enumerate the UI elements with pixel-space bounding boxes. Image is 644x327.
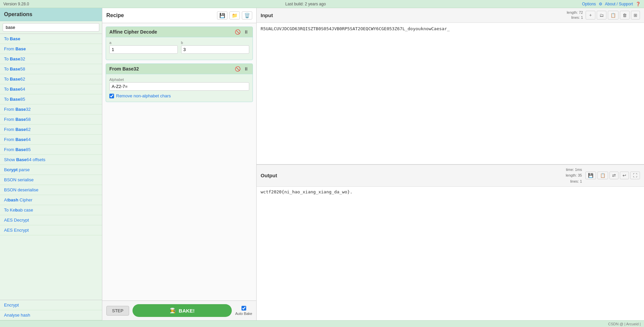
output-undo-button[interactable]: ↩ (620, 172, 629, 179)
output-copy-button[interactable]: 📋 (597, 172, 608, 179)
sidebar-header: Operations (0, 8, 102, 21)
input-add-button[interactable]: ＋ (586, 11, 595, 19)
io-panel: Input length: 72 lines: 1 ＋ 🗂 📋 🗑 ⊞ R5 (257, 8, 644, 320)
footer-bar: CSDN @ | Arcueid | (0, 320, 644, 327)
gear-icon[interactable]: ⚙ (599, 2, 602, 6)
sidebar-item-from-base58[interactable]: From Base58 (0, 114, 102, 125)
field-a: a (109, 41, 178, 54)
output-switch-button[interactable]: ⇄ (609, 172, 619, 179)
input-meta: length: 72 lines: 1 (567, 10, 583, 20)
input-section: Input length: 72 lines: 1 ＋ 🗂 📋 🗑 ⊞ R5 (257, 8, 644, 165)
step-button[interactable]: STEP (106, 306, 129, 316)
output-expand-button[interactable]: ⛶ (630, 172, 640, 179)
affine-cipher-header: Affine Cipher Decode 🚫 ⏸ (106, 27, 253, 37)
sidebar-item-from-base32[interactable]: From Base32 (0, 104, 102, 114)
sidebar-item-show-base64-offsets[interactable]: Show Base64 offsets (0, 155, 102, 165)
field-b-input[interactable] (181, 45, 250, 54)
sidebar-item-from-base85[interactable]: From Base85 (0, 145, 102, 155)
help-icon[interactable]: ❓ (636, 2, 641, 6)
clear-recipe-button[interactable]: 🗑️ (242, 11, 252, 19)
recipe-toolbar: 💾 📁 🗑️ (217, 11, 252, 19)
bake-label: BAKE! (179, 308, 195, 314)
alphabet-input[interactable] (109, 82, 249, 91)
sidebar-item-atbash-cipher[interactable]: Atbash Cipher (0, 195, 102, 205)
bake-icon: 🧑‍🍳 (170, 308, 176, 314)
sidebar-item-from-base62[interactable]: From Base62 (0, 125, 102, 135)
output-header: Output time: 1ms length: 35 lines: 1 💾 📋… (257, 165, 644, 187)
sidebar-item-to-base64[interactable]: To Base64 (0, 84, 102, 94)
affine-cipher-card: Affine Cipher Decode 🚫 ⏸ a b (106, 27, 253, 60)
auto-bake-group: Auto Bake (235, 306, 252, 316)
recipe-title: Recipe (106, 12, 124, 18)
top-bar: Version 9.28.0 Last build: 2 years ago O… (0, 0, 644, 8)
from-base32-body: Alphabet Remove non-alphabet chars (106, 74, 253, 102)
sidebar-item-to-base85[interactable]: To Base85 (0, 94, 102, 104)
field-a-input[interactable] (109, 45, 178, 54)
input-toolbar: ＋ 🗂 📋 🗑 ⊞ (586, 11, 640, 19)
remove-nonalphabet-checkbox[interactable] (109, 94, 114, 98)
from-base32-pause-button[interactable]: ⏸ (243, 66, 249, 72)
affine-cipher-actions: 🚫 ⏸ (234, 29, 249, 35)
sidebar-item-from-base[interactable]: From Base (0, 44, 102, 54)
alphabet-label: Alphabet (109, 78, 249, 82)
input-header: Input length: 72 lines: 1 ＋ 🗂 📋 🗑 ⊞ (257, 8, 644, 23)
output-length: length: 35 (566, 173, 582, 179)
options-link[interactable]: Options (582, 2, 596, 6)
remove-nonalphabet-row: Remove non-alphabet chars (109, 93, 249, 98)
sidebar-item-to-base[interactable]: To Base (0, 34, 102, 44)
last-build-label: Last build: 2 years ago (285, 2, 326, 6)
sidebar-list: To Base From Base To Base32 To Base58 To… (0, 34, 102, 300)
output-lines: lines: 1 (566, 179, 582, 185)
field-a-label: a (109, 41, 178, 45)
from-base32-card: From Base32 🚫 ⏸ Alphabet Remove non-alph… (106, 63, 253, 102)
output-save-button[interactable]: 💾 (585, 172, 596, 179)
from-base32-header: From Base32 🚫 ⏸ (106, 64, 253, 74)
search-input[interactable] (3, 23, 99, 32)
sidebar-item-bcrypt-parse[interactable]: Bcrypt parse (0, 165, 102, 175)
sidebar-item-aes-decrypt[interactable]: AES Decrypt (0, 215, 102, 225)
input-layout-button[interactable]: ⊞ (631, 11, 640, 19)
recipe-panel: Recipe 💾 📁 🗑️ Affine Cipher Decode 🚫 ⏸ (102, 8, 257, 320)
field-b: b (181, 41, 250, 54)
affine-cipher-title: Affine Cipher Decode (109, 29, 157, 35)
output-title: Output (261, 173, 277, 178)
affine-cipher-disable-button[interactable]: 🚫 (234, 29, 241, 35)
load-recipe-button[interactable]: 📁 (229, 11, 240, 19)
output-content: wctf2020{ni_hao_xiang_xiang_da_wo}. (257, 187, 644, 320)
version-label: Version 9.28.0 (3, 2, 29, 6)
input-lines: lines: 1 (571, 15, 583, 20)
sidebar-item-to-base62[interactable]: To Base62 (0, 74, 102, 84)
sidebar-item-bson-deserialise[interactable]: BSON deserialise (0, 185, 102, 195)
sidebar-item-analyse-hash[interactable]: Analyse hash (0, 310, 102, 320)
sidebar-item-encrypt[interactable]: Encrypt (0, 300, 102, 310)
affine-cipher-fields: a b (109, 41, 249, 54)
about-support-link[interactable]: About / Support (605, 2, 633, 6)
save-recipe-button[interactable]: 💾 (217, 11, 227, 19)
sidebar-item-to-kebab-case[interactable]: To Kebab case (0, 205, 102, 215)
from-base32-actions: 🚫 ⏸ (234, 66, 249, 72)
input-clear-button[interactable]: 🗑 (620, 11, 630, 19)
auto-bake-checkbox[interactable] (241, 306, 246, 311)
sidebar-item-aes-encrypt[interactable]: AES Encrypt (0, 225, 102, 235)
sidebar-item-from-base64[interactable]: From Base64 (0, 135, 102, 145)
sidebar-item-to-base58[interactable]: To Base58 (0, 64, 102, 74)
remove-nonalphabet-label: Remove non-alphabet chars (116, 93, 171, 98)
main-layout: Operations To Base From Base To Base32 T… (0, 8, 644, 320)
recipe-bottom: STEP 🧑‍🍳 BAKE! Auto Bake (102, 300, 256, 320)
input-open-button[interactable]: 🗂 (597, 11, 606, 19)
from-base32-title: From Base32 (109, 66, 139, 72)
affine-cipher-pause-button[interactable]: ⏸ (243, 29, 249, 35)
input-title: Input (261, 12, 273, 18)
affine-cipher-body: a b (106, 37, 253, 60)
recipe-header: Recipe 💾 📁 🗑️ (102, 8, 256, 23)
sidebar-item-bson-serialise[interactable]: BSON serialise (0, 175, 102, 185)
sidebar-item-to-base32[interactable]: To Base32 (0, 54, 102, 64)
bake-button[interactable]: 🧑‍🍳 BAKE! (132, 304, 232, 317)
input-content[interactable]: R5UALCUVJDCGD63RQISZTB0S054JVB0RP5SAT2OE… (257, 23, 644, 164)
alphabet-field: Alphabet (109, 78, 249, 91)
field-b-label: b (181, 41, 250, 45)
from-base32-disable-button[interactable]: 🚫 (234, 66, 241, 72)
output-time: time: 1ms (566, 167, 582, 173)
top-links: Options ⚙ About / Support ❓ (582, 2, 641, 6)
input-paste-button[interactable]: 📋 (608, 11, 619, 19)
